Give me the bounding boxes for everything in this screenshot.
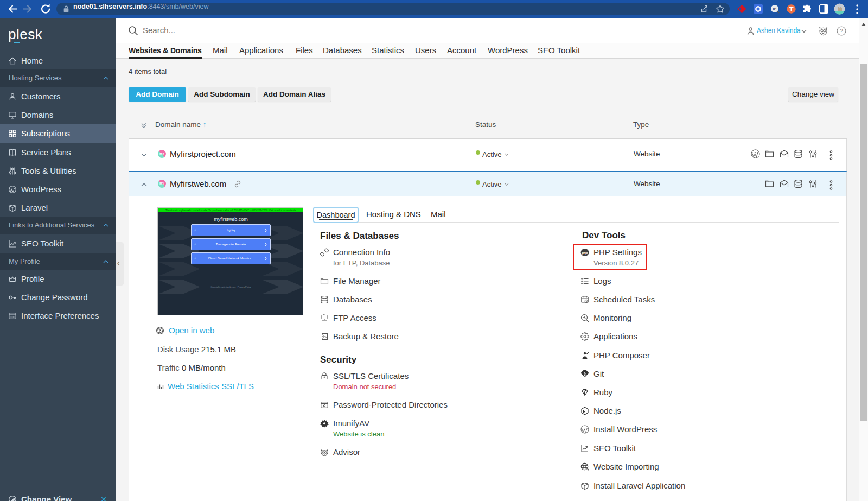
svg-text:IP: IP <box>773 7 776 11</box>
svg-text:?: ? <box>840 28 843 34</box>
svg-text:php: php <box>582 251 588 255</box>
